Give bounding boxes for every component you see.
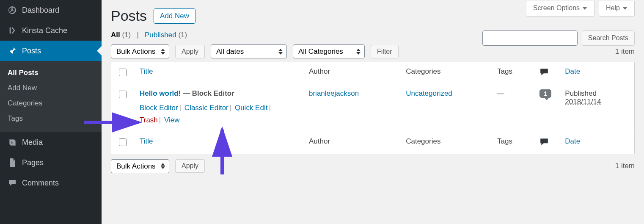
sidebar-item-dashboard[interactable]: Dashboard [0, 0, 102, 20]
admin-sidebar: Dashboard Kinsta Cache Posts All Posts A… [0, 0, 102, 224]
chevron-down-icon [622, 7, 627, 10]
screen-options-label: Screen Options [533, 4, 580, 12]
pin-icon [8, 46, 17, 55]
post-state: — Block Editor [181, 89, 234, 97]
action-trash[interactable]: Trash [140, 116, 158, 124]
sidebar-item-comments[interactable]: Comments [0, 173, 102, 193]
sidebar-item-kinsta-cache[interactable]: Kinsta Cache [0, 20, 102, 41]
item-count-top: 1 item [615, 47, 635, 56]
comment-icon [539, 70, 549, 78]
screen-meta-links: Screen Options Help [526, 1, 635, 17]
action-view[interactable]: View [164, 116, 180, 124]
add-new-button[interactable]: Add New [154, 8, 195, 24]
sidebar-item-label: Posts [22, 47, 41, 55]
column-title[interactable]: Title [134, 62, 303, 84]
bulk-actions-select[interactable]: Bulk Actions [111, 44, 169, 58]
sidebar-item-media[interactable]: Media [0, 132, 102, 152]
filter-all[interactable]: All [111, 31, 122, 39]
sidebar-item-label: Comments [22, 179, 59, 188]
select-all-checkbox-bottom[interactable] [119, 138, 127, 146]
post-tags: — [491, 84, 534, 132]
column-comments-bottom [534, 132, 559, 154]
submenu-item-categories[interactable]: Categories [0, 96, 102, 111]
help-toggle[interactable]: Help [599, 1, 635, 17]
row-checkbox[interactable] [119, 91, 127, 98]
filter-published[interactable]: Published [145, 31, 178, 39]
filter-all-label: All [111, 31, 120, 39]
column-date[interactable]: Date [559, 62, 634, 84]
chevron-down-icon [582, 7, 587, 10]
sidebar-item-label: Media [22, 138, 43, 147]
search-button[interactable]: Search Posts [582, 30, 635, 46]
item-count-bottom: 1 item [615, 162, 635, 170]
pages-icon [8, 158, 17, 167]
dashboard-icon [8, 6, 17, 15]
posts-submenu: All Posts Add New Categories Tags [0, 61, 102, 132]
column-categories-bottom: Categories [400, 132, 491, 154]
apply-button[interactable]: Apply [175, 45, 205, 58]
submenu-item-tags[interactable]: Tags [0, 111, 102, 126]
comments-icon [8, 178, 17, 188]
page-title: Posts [111, 8, 147, 24]
media-icon [8, 138, 17, 147]
post-category-link[interactable]: Uncategorized [406, 89, 452, 97]
search-box: Search Posts [482, 30, 635, 46]
sidebar-item-label: Pages [22, 158, 44, 167]
column-categories: Categories [400, 62, 491, 84]
sidebar-item-label: Kinsta Cache [22, 26, 67, 35]
posts-table: Title Author Categories Tags Date Hello … [111, 62, 635, 154]
post-author-link[interactable]: brianleejackson [309, 89, 359, 97]
select-all-checkbox[interactable] [119, 69, 127, 76]
sidebar-item-pages[interactable]: Pages [0, 152, 102, 173]
column-title-bottom[interactable]: Title [134, 132, 303, 154]
main-content: Screen Options Help Posts Add New All (1… [102, 0, 644, 173]
search-input[interactable] [482, 30, 578, 46]
filter-published-count: (1) [178, 31, 187, 39]
action-block-editor[interactable]: Block Editor [140, 104, 178, 112]
column-comments [534, 62, 559, 84]
tablenav-top: Bulk Actions Apply All dates All Categor… [111, 44, 635, 58]
filter-separator: | [137, 31, 138, 39]
column-author-bottom: Author [303, 132, 400, 154]
date-filter-select[interactable]: All dates [211, 44, 287, 58]
action-quick-edit[interactable]: Quick Edit [235, 104, 267, 112]
column-tags-bottom: Tags [491, 132, 534, 154]
screen-options-toggle[interactable]: Screen Options [526, 1, 594, 17]
help-label: Help [606, 4, 620, 12]
filter-published-label: Published [145, 31, 176, 39]
row-actions: Block Editor| Classic Editor| Quick Edit… [140, 102, 297, 127]
tablenav-bottom: Bulk Actions Apply 1 item [111, 159, 635, 173]
action-classic-editor[interactable]: Classic Editor [184, 104, 228, 112]
submenu-item-all-posts[interactable]: All Posts [0, 65, 102, 80]
post-title-link[interactable]: Hello world! [140, 89, 181, 97]
bulk-actions-select-bottom[interactable]: Bulk Actions [111, 159, 169, 173]
table-row: Hello world! — Block Editor Block Editor… [111, 84, 635, 132]
post-date: 2018/11/14 [565, 98, 601, 106]
category-filter-select[interactable]: All Categories [293, 44, 365, 58]
column-author: Author [303, 62, 400, 84]
post-date-status: Published [565, 89, 597, 97]
sidebar-item-posts[interactable]: Posts [0, 41, 102, 61]
apply-button-bottom[interactable]: Apply [175, 159, 205, 173]
filter-all-count: (1) [122, 31, 131, 39]
kinsta-icon [8, 26, 17, 35]
column-date-bottom[interactable]: Date [559, 132, 634, 154]
column-tags: Tags [491, 62, 534, 84]
submenu-item-add-new[interactable]: Add New [0, 80, 102, 96]
comment-count-bubble[interactable]: 1 [539, 89, 551, 98]
sidebar-item-label: Dashboard [22, 6, 59, 15]
comment-icon [539, 140, 549, 148]
filter-button[interactable]: Filter [371, 45, 399, 58]
